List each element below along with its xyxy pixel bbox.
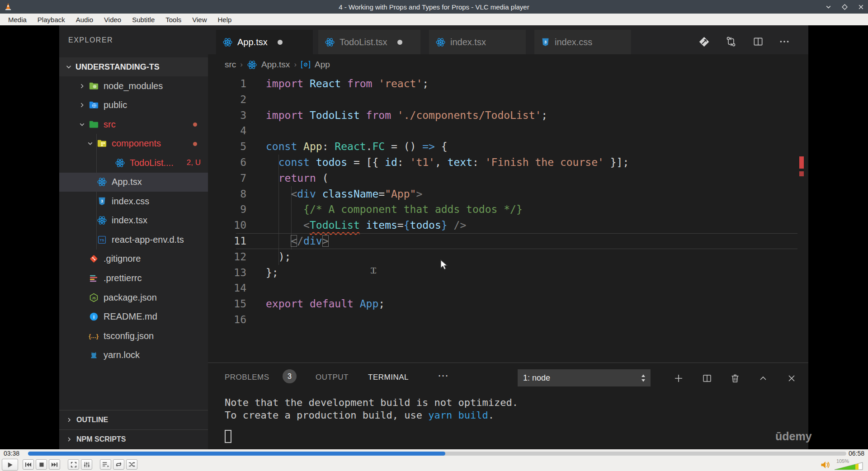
react-file-icon [222, 37, 233, 47]
stop-button[interactable] [36, 459, 47, 470]
tree-item-tsconfig-json[interactable]: {…}tsconfig.json [59, 326, 208, 345]
menu-playback[interactable]: Playback [32, 15, 71, 24]
tree-item-app-tsx[interactable]: App.tsx [59, 173, 208, 192]
more-actions-icon[interactable] [777, 34, 792, 49]
tree-item--prettierrc[interactable]: .prettierrc [59, 269, 208, 288]
play-button[interactable] [2, 459, 18, 471]
tree-item-todolist-[interactable]: TodoList....2, U [59, 153, 208, 172]
close-panel-icon[interactable] [783, 371, 800, 386]
file-label: .prettierrc [104, 273, 142, 283]
tab-app.tsx[interactable]: App.tsx [216, 30, 313, 54]
panel-tab-terminal[interactable]: TERMINAL [368, 373, 409, 382]
code-editor[interactable]: 1import React from 'react';23import Todo… [208, 76, 808, 328]
tree-item-src[interactable]: src [59, 115, 208, 134]
tree-item-index-tsx[interactable]: index.tsx [59, 211, 208, 230]
code-line-8[interactable]: 8 <div className="App"> [208, 186, 808, 202]
panel-tab-problems[interactable]: PROBLEMS [225, 373, 269, 382]
volume-slider[interactable] [834, 462, 863, 471]
line-number: 14 [208, 280, 246, 296]
code-line-1[interactable]: 1import React from 'react'; [208, 76, 808, 92]
terminal-output[interactable]: Note that the development build is not o… [225, 396, 518, 422]
vlc-title-bar: 4 - Working with Props and Types for Pro… [0, 0, 868, 14]
tree-item-package-json[interactable]: JSpackage.json [59, 288, 208, 307]
code-line-14[interactable]: 14 [208, 280, 808, 296]
react-icon [95, 215, 108, 226]
code-line-3[interactable]: 3import TodoList from './components/Todo… [208, 108, 808, 123]
loop-button[interactable] [113, 459, 124, 470]
maximize-icon[interactable] [840, 2, 849, 11]
chevron-down-icon [65, 63, 73, 71]
extended-settings-button[interactable] [81, 459, 92, 470]
section-label: OUTLINE [76, 416, 108, 424]
menu-subtitle[interactable]: Subtitle [127, 15, 160, 24]
code-line-9[interactable]: 9 {/* A component that adds todos */} [208, 202, 808, 217]
tree-item-readme-md[interactable]: iREADME.md [59, 307, 208, 326]
sidebar-section-outline[interactable]: OUTLINE [59, 410, 208, 429]
tree-item-components[interactable]: components [59, 134, 208, 153]
new-terminal-icon[interactable] [670, 371, 687, 386]
tree-item-react-app-env-d-ts[interactable]: TSreact-app-env.d.ts [59, 230, 208, 249]
split-terminal-icon[interactable] [699, 371, 715, 386]
shuffle-button[interactable] [126, 459, 137, 470]
code-line-16[interactable]: 16 [208, 312, 808, 328]
open-changes-icon[interactable] [696, 34, 712, 49]
seek-bar-fill [28, 452, 445, 456]
playlist-button[interactable] [100, 459, 111, 470]
menu-view[interactable]: View [187, 15, 212, 24]
split-editor-icon[interactable] [750, 34, 766, 49]
tree-item-node-modules[interactable]: node_modules [59, 76, 208, 95]
code-line-10[interactable]: 10 <TodoList items={todos} /> [208, 217, 808, 233]
code-line-5[interactable]: 5const App: React.FC = () => { [208, 139, 808, 155]
chevron-right-icon [76, 101, 87, 109]
tab-label: index.tsx [450, 37, 486, 47]
menu-media[interactable]: Media [3, 15, 32, 24]
file-label: README.md [104, 311, 157, 322]
modified-dot-icon [278, 40, 283, 45]
seek-bar[interactable] [28, 452, 846, 456]
tree-item--gitignore[interactable]: .gitignore [59, 250, 208, 268]
fullscreen-button[interactable] [68, 459, 79, 470]
yarn-icon [87, 350, 100, 360]
menu-help[interactable]: Help [212, 15, 237, 24]
breadcrumb-segment[interactable]: App.tsx [261, 60, 290, 70]
tab-index.css[interactable]: 3index.css [534, 30, 631, 54]
tree-item-public[interactable]: public [59, 96, 208, 115]
file-label: App.tsx [112, 177, 142, 187]
breadcrumb-segment[interactable]: App [315, 60, 330, 70]
menu-tools[interactable]: Tools [160, 15, 187, 24]
close-icon[interactable] [856, 2, 865, 11]
breadcrumb-segment[interactable]: src [225, 60, 236, 70]
file-label: TodoList.... [130, 158, 174, 168]
code-line-6[interactable]: 6 const todos = [{ id: 't1', text: 'Fini… [208, 155, 808, 170]
tab-todolist.tsx[interactable]: TodoList.tsx [318, 30, 420, 54]
code-line-7[interactable]: 7 return ( [208, 170, 808, 186]
panel-more-actions-icon[interactable]: ⋯ [438, 369, 449, 382]
previous-button[interactable] [23, 459, 34, 470]
menu-audio[interactable]: Audio [71, 15, 99, 24]
menu-video[interactable]: Video [99, 15, 127, 24]
sidebar-section-npm-scripts[interactable]: NPM SCRIPTS [59, 429, 208, 448]
vlc-logo-icon [4, 2, 13, 13]
code-line-12[interactable]: 12 ); [208, 249, 808, 265]
code-line-2[interactable]: 2 [208, 92, 808, 108]
code-line-11[interactable]: 11 </div> [208, 233, 808, 249]
video-area[interactable]: EXPLORER UNDERSTANDING-TS node_modulespu… [0, 25, 868, 449]
tree-root-folder[interactable]: UNDERSTANDING-TS [59, 57, 208, 76]
code-line-4[interactable]: 4 [208, 123, 808, 139]
terminal-select[interactable]: 1: node [518, 369, 651, 386]
minimize-icon[interactable] [824, 2, 833, 11]
code-line-15[interactable]: 15export default App; [208, 296, 808, 312]
tree-item-yarn-lock[interactable]: yarn.lock [59, 346, 208, 365]
tab-index.tsx[interactable]: index.tsx [429, 30, 526, 54]
code-line-13[interactable]: 13}; [208, 265, 808, 281]
breadcrumb[interactable]: src › App.tsx › App [225, 54, 330, 75]
tree-item-index-css[interactable]: 3index.css [59, 192, 208, 211]
volume-icon[interactable] [820, 461, 831, 471]
next-button[interactable] [49, 459, 60, 470]
file-label: react-app-env.d.ts [112, 235, 184, 245]
git-compare-icon[interactable] [723, 34, 739, 49]
kill-terminal-trash-icon[interactable] [727, 371, 743, 386]
maximize-panel-icon[interactable] [755, 371, 771, 386]
panel-tab-output[interactable]: OUTPUT [316, 373, 349, 382]
symbol-icon [301, 60, 311, 69]
